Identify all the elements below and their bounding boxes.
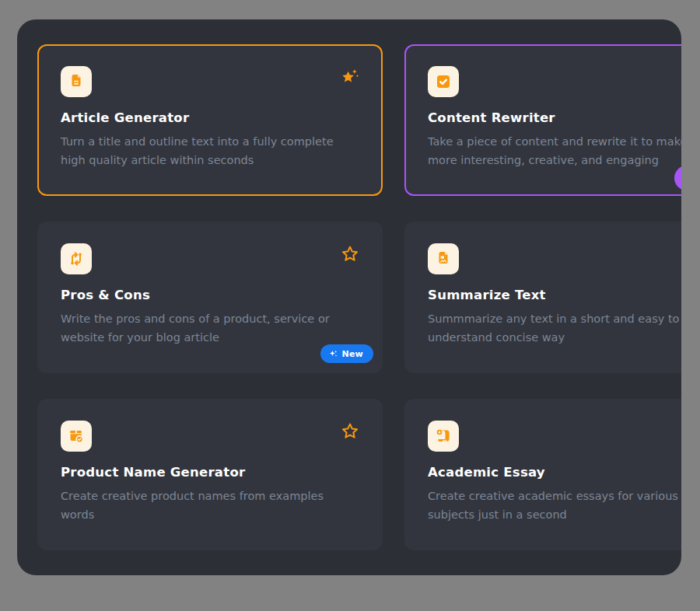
favorite-star-filled-icon[interactable]	[339, 66, 361, 88]
card-description: Summmarize any text in a short and easy …	[428, 309, 681, 347]
card-title: Summarize Text	[428, 288, 681, 302]
sparkles-icon	[329, 350, 338, 358]
favorite-star-outline-icon[interactable]	[339, 421, 361, 442]
tools-panel: Article Generator Turn a title and outli…	[17, 19, 681, 575]
tool-card-pros-and-cons[interactable]: Pros & Cons Write the pros and cons of a…	[37, 222, 383, 373]
tool-card-product-name-generator[interactable]: Product Name Generator Create creative p…	[37, 399, 383, 550]
card-description: Create creative academic essays for vari…	[428, 487, 681, 524]
card-description: Take a piece of content and rewrite it t…	[428, 132, 681, 169]
favorite-star-outline-icon[interactable]	[339, 243, 361, 265]
card-title: Article Generator	[61, 110, 359, 125]
tool-card-article-generator[interactable]: Article Generator Turn a title and outli…	[37, 44, 383, 196]
card-title: Pros & Cons	[61, 288, 359, 302]
card-description: Write the pros and cons of a product, se…	[61, 309, 359, 347]
tool-card-grid: Article Generator Turn a title and outli…	[17, 19, 681, 550]
card-title: Product Name Generator	[61, 465, 359, 480]
article-document-icon	[61, 66, 92, 97]
scroll-icon	[428, 421, 459, 452]
tool-card-academic-essay[interactable]: Academic Essay Create creative academic …	[404, 399, 681, 550]
summary-document-icon	[428, 243, 459, 274]
swap-arrows-icon	[61, 243, 92, 274]
tool-card-content-rewriter[interactable]: Content Rewriter Take a piece of content…	[404, 44, 681, 196]
tool-card-summarize-text[interactable]: Summarize Text Summmarize any text in a …	[404, 222, 681, 373]
new-badge: New	[320, 344, 374, 363]
new-badge-label: New	[342, 349, 364, 359]
card-title: Academic Essay	[428, 465, 681, 480]
card-description: Turn a title and outline text into a ful…	[61, 132, 359, 169]
card-description: Create creative product names from examp…	[61, 487, 359, 524]
checkbox-check-icon	[428, 66, 459, 97]
product-box-check-icon	[61, 421, 92, 452]
card-title: Content Rewriter	[428, 110, 681, 125]
